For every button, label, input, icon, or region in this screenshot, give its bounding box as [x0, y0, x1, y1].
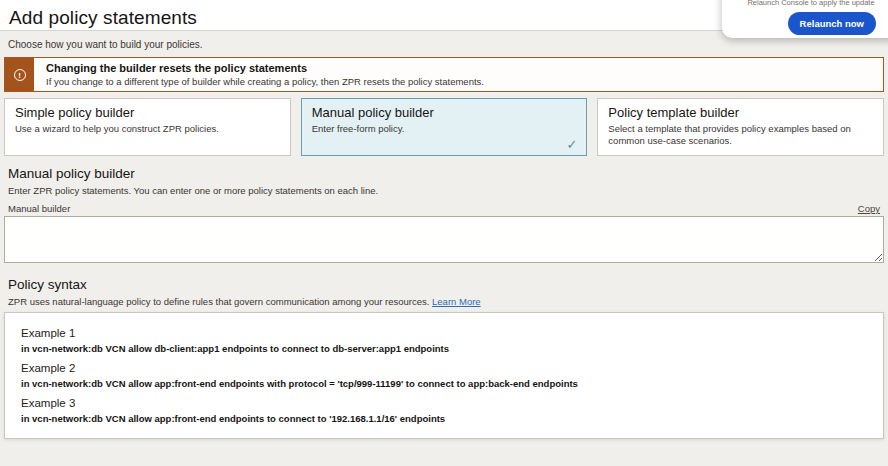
example-label: Example 3: [21, 397, 867, 409]
card-title: Simple policy builder: [15, 105, 280, 120]
card-simple-policy-builder[interactable]: Simple policy builder Use a wizard to he…: [4, 98, 291, 156]
card-title: Policy template builder: [608, 105, 873, 120]
builder-reset-warning-banner: ! Changing the builder resets the policy…: [4, 57, 884, 92]
page-content: Choose how you want to build your polici…: [0, 39, 888, 439]
card-description: Enter free-form policy.: [312, 123, 577, 135]
update-popup-message: Relaunch Console to apply the update: [722, 0, 888, 7]
policy-syntax-examples-box: Example 1 in vcn-network:db VCN allow db…: [4, 312, 884, 439]
example-label: Example 2: [21, 362, 867, 374]
manual-builder-textarea[interactable]: [4, 216, 884, 263]
learn-more-link[interactable]: Learn More: [432, 296, 481, 307]
policy-syntax-description: ZPR uses natural-language policy to defi…: [8, 296, 880, 307]
manual-builder-description: Enter ZPR policy statements. You can ent…: [8, 185, 880, 196]
warning-body: Changing the builder resets the policy s…: [34, 58, 494, 91]
example-label: Example 1: [21, 327, 867, 339]
warning-description: If you change to a different type of bui…: [46, 76, 484, 87]
exclamation-circle-icon: !: [14, 69, 26, 81]
warning-icon-block: !: [5, 58, 34, 91]
card-description: Select a template that provides policy e…: [608, 123, 873, 147]
card-policy-template-builder[interactable]: Policy template builder Select a templat…: [597, 98, 884, 156]
card-title: Manual policy builder: [312, 105, 577, 120]
add-policy-statements-page: Add policy statements Relaunch Console t…: [0, 0, 888, 466]
manual-builder-field-label: Manual builder: [8, 203, 70, 214]
policy-syntax-description-text: ZPR uses natural-language policy to defi…: [8, 296, 429, 307]
choose-builder-subtitle: Choose how you want to build your polici…: [8, 39, 880, 50]
builder-cards-row: Simple policy builder Use a wizard to he…: [4, 98, 884, 156]
example-statement: in vcn-network:db VCN allow db-client:ap…: [21, 343, 867, 354]
copy-link[interactable]: Copy: [858, 203, 880, 214]
warning-title: Changing the builder resets the policy s…: [46, 62, 484, 74]
example-statement: in vcn-network:db VCN allow app:front-en…: [21, 413, 867, 424]
relaunch-now-button[interactable]: Relaunch now: [788, 12, 876, 35]
example-statement: in vcn-network:db VCN allow app:front-en…: [21, 378, 867, 389]
checkmark-icon: ✓: [566, 137, 577, 152]
manual-builder-field-row: Manual builder Copy: [8, 203, 880, 214]
console-update-popup: Relaunch Console to apply the update Rel…: [722, 0, 888, 38]
manual-builder-heading: Manual policy builder: [8, 166, 880, 181]
card-manual-policy-builder[interactable]: Manual policy builder Enter free-form po…: [301, 98, 588, 156]
card-description: Use a wizard to help you construct ZPR p…: [15, 123, 280, 135]
policy-syntax-heading: Policy syntax: [8, 277, 880, 292]
